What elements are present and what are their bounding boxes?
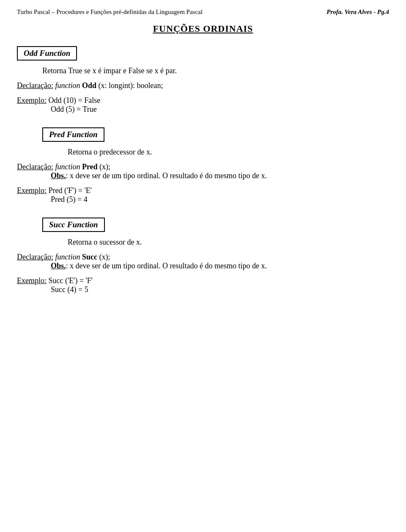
odd-declaration: Declaração: function Odd (x: longint): b… (17, 81, 389, 90)
page-header: Turbo Pascal – Procedures e Funções pré-… (17, 8, 389, 16)
succ-example: Exemplo: Succ ('E') = 'F' Succ (4) = 5 (17, 276, 389, 294)
pred-decl-bold: Pred (82, 163, 98, 171)
pred-function-box-label: Pred Function (49, 130, 98, 139)
pred-function-box: Pred Function (42, 127, 104, 142)
succ-function-box-label: Succ Function (49, 220, 98, 229)
succ-decl-bold: Succ (82, 253, 97, 261)
pred-obs-label: Obs. (51, 171, 66, 180)
pred-decl-rest: (x); (98, 163, 111, 171)
pred-decl-label: Declaração: (17, 163, 53, 171)
pred-description: Retorna o predecessor de x. (68, 148, 389, 157)
odd-decl-label: Declaração: (17, 81, 53, 90)
odd-function-box-label: Odd Function (24, 49, 70, 58)
odd-example-line1: Odd (10) = False (49, 96, 101, 105)
odd-decl-function: function (53, 81, 82, 90)
succ-example-label: Exemplo: (17, 276, 47, 285)
odd-description: Retorna True se x é ímpar e False se x é… (42, 66, 389, 75)
pred-declaration: Declaração: function Pred (x); Obs.: x d… (17, 163, 389, 180)
succ-function-box: Succ Function (42, 218, 105, 232)
pred-obs-text: : x deve ser de um tipo ordinal. O resul… (66, 171, 267, 180)
succ-function-section: Succ Function Retorna o sucessor de x. D… (17, 218, 389, 294)
pred-example: Exemplo: Pred ('F') = 'E' Pred (5) = 4 (17, 186, 389, 204)
header-right: Profa. Vera Alves - Pg.4 (326, 8, 389, 16)
odd-function-section: Odd Function Retorna True se x é ímpar e… (17, 46, 389, 114)
succ-obs-label: Obs. (51, 262, 66, 270)
succ-description: Retorna o sucessor de x. (68, 238, 389, 247)
pred-example-label: Exemplo: (17, 186, 47, 195)
succ-decl-function: function (53, 253, 82, 261)
odd-decl-rest: (x: longint): boolean; (96, 81, 163, 90)
succ-declaration: Declaração: function Succ (x); Obs.: x d… (17, 253, 389, 270)
odd-function-box: Odd Function (17, 46, 77, 61)
pred-decl-function: function (53, 163, 82, 171)
succ-obs-text: : x deve ser de um tipo ordinal. O resul… (66, 262, 267, 270)
odd-example-line2: Odd (5) = True (51, 105, 97, 114)
pred-example-line2: Pred (5) = 4 (51, 195, 88, 204)
succ-decl-rest: (x); (97, 253, 110, 261)
pred-function-section: Pred Function Retorna o predecessor de x… (17, 127, 389, 204)
page-title: FUNÇÕES ORDINAIS (17, 23, 389, 34)
pred-example-line1: Pred ('F') = 'E' (49, 186, 92, 195)
odd-example-label: Exemplo: (17, 96, 47, 105)
odd-decl-bold: Odd (82, 81, 96, 90)
succ-obs: Obs.: x deve ser de um tipo ordinal. O r… (51, 262, 267, 270)
succ-decl-label: Declaração: (17, 253, 53, 261)
header-left: Turbo Pascal – Procedures e Funções pré-… (17, 8, 203, 16)
pred-obs: Obs.: x deve ser de um tipo ordinal. O r… (51, 171, 267, 180)
succ-example-line2: Succ (4) = 5 (51, 285, 88, 294)
odd-example: Exemplo: Odd (10) = False Odd (5) = True (17, 96, 389, 114)
succ-example-line1: Succ ('E') = 'F' (49, 276, 93, 285)
